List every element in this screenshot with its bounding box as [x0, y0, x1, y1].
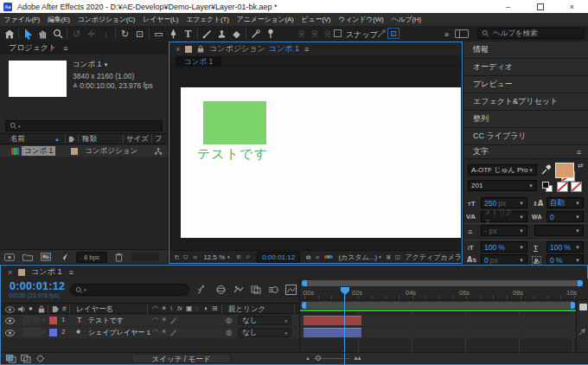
no-fill-swatch[interactable] [557, 182, 568, 192]
interpret-footage-icon[interactable] [4, 253, 15, 261]
rotation-tool-icon[interactable]: ↻ [118, 27, 132, 41]
snap-checkbox[interactable] [334, 29, 342, 37]
comp-canvas[interactable]: テストです [181, 87, 461, 238]
column-flag[interactable]: フ [155, 134, 163, 144]
menu-window[interactable]: ウィンドウ(W) [335, 15, 387, 24]
pen-tool-icon[interactable] [166, 27, 181, 41]
zoom-level[interactable]: 12.5 % [203, 253, 225, 261]
time-navigator[interactable] [302, 280, 583, 286]
no-stroke-swatch[interactable] [571, 182, 582, 192]
resolution-icon[interactable] [237, 253, 242, 261]
camera-view-dropdown[interactable]: アクティブカメラ [406, 253, 463, 262]
layer-bar-text[interactable] [304, 316, 361, 325]
project-search-box[interactable]: ▾ [5, 120, 163, 131]
trash-icon[interactable] [115, 253, 123, 262]
layer-row-1[interactable]: > 1 T テストです ◠ ☀ ／ ◎ なし▾ [2, 315, 299, 326]
menu-effect[interactable]: エフェクト(T) [182, 15, 233, 24]
snapshot-camera-icon[interactable] [306, 253, 310, 261]
audio-cell[interactable] [22, 316, 31, 324]
menu-layer[interactable]: レイヤー(L) [139, 15, 182, 24]
mask-visibility-icon[interactable]: ⊡ [387, 28, 399, 39]
solo-cell[interactable] [32, 316, 41, 324]
shy-switch[interactable]: ◠ [152, 316, 158, 323]
quality-slash[interactable]: ／ [170, 316, 177, 325]
mini-flowchart-icon[interactable] [196, 285, 208, 295]
hand-tool-icon[interactable] [35, 27, 50, 41]
collapse-switch[interactable]: ☀ [161, 316, 167, 323]
motion-blur-toggle-icon[interactable] [21, 355, 31, 363]
column-name[interactable]: 名前 [10, 134, 25, 144]
character-panel-header[interactable]: 文字 ≡ [463, 145, 588, 159]
layer-row-2[interactable]: > 2 ★ シェイプレイヤー 1 ◠ ☀ ／ ◎ なし▾ [2, 327, 299, 338]
work-area-start-handle[interactable] [302, 302, 306, 309]
panel-tab-preview[interactable]: プレビュー [463, 76, 588, 93]
zoom-out-mountain-icon[interactable]: ▲ [305, 355, 310, 361]
navigator-left-handle[interactable] [302, 280, 307, 286]
parent-dropdown[interactable]: なし▾ [238, 316, 291, 325]
show-channel-icon[interactable] [324, 255, 333, 259]
bpc-button[interactable]: 8 bpc [76, 252, 107, 263]
region-of-interest-icon[interactable] [246, 253, 251, 261]
parent-dropdown[interactable]: なし▾ [238, 328, 291, 337]
timeline-tab[interactable]: コンポ 1 [31, 266, 61, 278]
mini-fill-box[interactable] [542, 182, 549, 189]
layer-label-swatch[interactable] [49, 329, 57, 336]
orbit-camera-tool-icon[interactable]: ↺ [69, 27, 84, 41]
maximize-button[interactable] [524, 0, 556, 13]
menu-animation[interactable]: アニメーション(A) [233, 15, 297, 24]
close-button[interactable]: × [556, 0, 588, 13]
panel-tab-effects-presets[interactable]: エフェクト&プリセット [463, 93, 588, 111]
timeline-tab-close-icon[interactable]: × [8, 268, 12, 277]
zoom-slider-knob[interactable] [316, 355, 321, 361]
comp-button-icon[interactable] [578, 327, 587, 336]
timeline-current-time[interactable]: 0:00:01:12 [10, 280, 65, 292]
project-row-comp1[interactable]: コンポ 1 コンポジション [0, 145, 168, 157]
parent-pickwhip-icon[interactable]: ◎ [226, 328, 232, 336]
audio-cell[interactable] [22, 328, 31, 336]
navigator-right-handle[interactable] [578, 280, 583, 286]
draft-3d-icon[interactable] [215, 285, 227, 295]
stroke-style-dropdown[interactable]: ▼ [534, 225, 584, 236]
project-row-name[interactable]: コンポ 1 [22, 146, 55, 156]
graph-editor-icon[interactable] [285, 285, 297, 295]
shy-layers-icon[interactable] [233, 285, 245, 295]
lock-icon[interactable] [197, 45, 204, 53]
swap-fill-stroke-icon[interactable]: ⇄ [578, 162, 584, 170]
home-icon[interactable] [2, 27, 16, 41]
toolbar-overflow-chevron[interactable]: » [439, 27, 454, 41]
leading-field[interactable]: 自動▼ [546, 197, 584, 208]
canvas-green-rectangle[interactable] [203, 101, 266, 144]
main-monitor-icon[interactable] [183, 253, 188, 261]
channel-icon[interactable] [193, 253, 197, 261]
new-folder-icon[interactable] [22, 253, 33, 261]
guides-icon[interactable] [387, 253, 391, 261]
stroke-width-field[interactable]: -px▼ [481, 225, 527, 236]
column-size[interactable]: サイズ [126, 134, 149, 144]
view-layout-icon[interactable] [395, 253, 399, 261]
frame-blend-toggle-icon[interactable] [6, 355, 16, 363]
project-tab[interactable]: プロジェクト [9, 42, 56, 54]
minimize-button[interactable]: – [492, 0, 524, 13]
selection-tool-icon[interactable] [21, 27, 35, 41]
collapse-switch[interactable]: ☀ [161, 328, 167, 336]
viewer-comp-name[interactable]: コンポ 1 [269, 43, 299, 54]
viewer-panel-type[interactable]: コンポジション [209, 43, 265, 54]
brush-tool-icon[interactable] [200, 27, 214, 41]
panel-menu-icon[interactable]: ≡ [68, 268, 73, 277]
colorspace-dropdown[interactable]: (カスタム...) [338, 253, 377, 262]
brainstorm-icon[interactable] [35, 355, 46, 363]
shape-tool-icon[interactable]: ▭ [151, 27, 166, 41]
eyedropper-icon[interactable] [541, 164, 551, 175]
fill-color-swatch[interactable] [555, 163, 574, 178]
work-area-bar[interactable] [302, 302, 575, 309]
panel-menu-icon[interactable]: ≡ [304, 45, 309, 54]
panel-tab-info[interactable]: 情報 [463, 42, 588, 59]
new-composition-icon[interactable] [41, 253, 51, 261]
font-style-field[interactable]: 201▼ [468, 180, 537, 191]
eye-icon[interactable] [5, 317, 15, 324]
tracking-field[interactable]: 0▼ [546, 211, 584, 222]
snap-angle-icon[interactable] [374, 27, 388, 41]
column-type[interactable]: 種類 [82, 134, 97, 144]
project-comp-name[interactable]: コンポ 1 [73, 60, 101, 68]
parent-pickwhip-icon[interactable]: ◎ [226, 316, 232, 324]
